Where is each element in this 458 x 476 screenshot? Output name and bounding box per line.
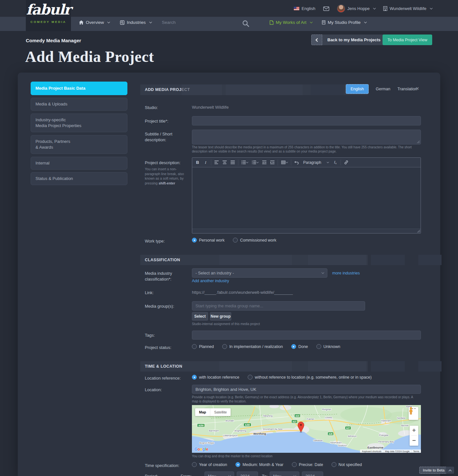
radio-dot bbox=[192, 375, 197, 380]
map-type-map-button[interactable]: Map bbox=[195, 408, 210, 416]
sidebar-tab-industry-specific-media-project-properties[interactable]: Industry-specificMedia Project Propertie… bbox=[31, 114, 127, 132]
messages-button[interactable] bbox=[323, 6, 329, 11]
editor-content[interactable] bbox=[192, 167, 421, 229]
project-title-input[interactable] bbox=[192, 116, 421, 125]
link-icon[interactable] bbox=[342, 159, 350, 166]
radio-commissioned-work[interactable]: Commissioned work bbox=[233, 238, 276, 243]
zoom-out-button[interactable]: − bbox=[412, 437, 416, 444]
period-to-year-select[interactable]: 2024 bbox=[302, 471, 323, 476]
sidebar-tab-media-uploads[interactable]: Media & Uploads bbox=[31, 98, 127, 111]
align-center-icon[interactable] bbox=[221, 159, 229, 166]
language-switcher[interactable]: English bbox=[294, 6, 315, 11]
nav-my-studio[interactable]: My Studio Profile bbox=[322, 20, 366, 25]
radio-not-specified[interactable]: Not specified bbox=[332, 462, 362, 467]
chevron-down-icon bbox=[310, 20, 313, 23]
sidebar-tab-products-partners-awards[interactable]: Products, Partners& Awards bbox=[31, 135, 127, 154]
app-title: Comedy Media Manager bbox=[26, 38, 81, 43]
zoom-in-button[interactable]: + bbox=[412, 427, 416, 434]
radio-planned[interactable]: Planned bbox=[192, 344, 214, 349]
nav-my-works[interactable]: My Works of Art bbox=[270, 20, 312, 25]
google-logo: Google bbox=[194, 447, 208, 451]
sidebar-tab-media-project-basic-data[interactable]: Media Project Basic Data bbox=[31, 82, 127, 95]
table-icon[interactable] bbox=[279, 159, 290, 166]
lang-tab-german[interactable]: German bbox=[376, 87, 390, 91]
radio-dot bbox=[332, 462, 336, 467]
map-attribution-item[interactable]: Keyboard shortcuts bbox=[360, 450, 383, 453]
studio-menu[interactable]: Wunderwelt Wildlife bbox=[383, 6, 432, 11]
sidebar-tab-status-publication[interactable]: Status & Publication bbox=[31, 172, 127, 185]
align-left-icon[interactable] bbox=[213, 159, 221, 166]
map-type-control: Map Satellite bbox=[195, 408, 231, 416]
more-industries-link[interactable]: more industries bbox=[332, 271, 360, 275]
paragraph-style-select[interactable]: Paragraph bbox=[301, 159, 331, 166]
outdent-icon[interactable] bbox=[260, 159, 268, 166]
resize-handle-icon[interactable] bbox=[417, 230, 420, 233]
tags-input[interactable] bbox=[192, 331, 421, 340]
select-button[interactable]: Select bbox=[192, 312, 208, 321]
nav-industries[interactable]: Industries bbox=[120, 20, 152, 25]
add-another-industry-link[interactable]: Add another industry bbox=[192, 279, 229, 283]
ordered-list-icon[interactable] bbox=[250, 159, 260, 166]
map-type-satellite-button[interactable]: Satellite bbox=[210, 408, 231, 416]
italic-icon[interactable]: I bbox=[202, 159, 210, 166]
invite-to-beta-button[interactable]: Invite to Beta bbox=[419, 467, 448, 474]
radio-unknown[interactable]: Unknown bbox=[316, 344, 340, 349]
search-icon[interactable] bbox=[242, 20, 250, 27]
search-input[interactable]: Search bbox=[162, 20, 176, 25]
radio-dot bbox=[292, 462, 297, 467]
radio-medium-month-year[interactable]: Medium: Month & Year bbox=[235, 462, 283, 467]
user-menu[interactable]: Jens Hoppe bbox=[337, 5, 375, 13]
radio-done[interactable]: Done bbox=[291, 344, 308, 349]
sidebar-tab-internal[interactable]: Internal bbox=[31, 157, 127, 170]
map-help: You can drag and drop the marker to the … bbox=[192, 454, 273, 459]
back-button-label: Back to my Media Projects bbox=[322, 37, 386, 42]
map-town-label: Angmering bbox=[234, 429, 246, 432]
map-attribution-item[interactable]: Terms bbox=[411, 450, 421, 453]
radio-with-location-reference[interactable]: with location reference bbox=[192, 375, 239, 380]
radio-dot bbox=[235, 462, 240, 467]
to-media-project-view-button[interactable]: To Media Project View bbox=[383, 35, 432, 45]
tags-label: Tags: bbox=[145, 332, 155, 338]
location-label: Location: bbox=[145, 387, 162, 393]
location-reference-radios: with location referencewithout reference… bbox=[192, 375, 380, 380]
resize-handle-icon[interactable] bbox=[417, 140, 420, 144]
period-from-month-select[interactable]: May bbox=[204, 471, 234, 476]
radio-precise-date[interactable]: Precise: Date bbox=[292, 462, 323, 467]
clear-formatting-icon[interactable]: Ix bbox=[331, 159, 339, 166]
unordered-list-icon[interactable] bbox=[240, 159, 250, 166]
bold-icon[interactable]: B bbox=[194, 159, 202, 166]
industry-select[interactable]: - Select an industry - bbox=[192, 268, 327, 278]
street-view-pegman-control[interactable] bbox=[409, 407, 418, 420]
chevron-down-icon bbox=[246, 161, 248, 163]
media-groups-input[interactable] bbox=[192, 301, 365, 311]
location-input[interactable] bbox=[192, 385, 421, 394]
radio-without-reference-to-location-e-g-somewhere-online-or-in-space[interactable]: without reference to location (e.g. some… bbox=[248, 375, 372, 380]
new-group-button[interactable]: New group bbox=[210, 312, 231, 321]
radio-in-implementation-realization[interactable]: In implementation / realization bbox=[222, 344, 283, 349]
lang-tab-translation[interactable]: Translation bbox=[397, 87, 417, 91]
nav-overview[interactable]: Overview bbox=[79, 20, 110, 25]
lang-tab-english[interactable]: English bbox=[346, 84, 369, 94]
brand-logo[interactable]: fabulr COMEDY MEDIA bbox=[26, 0, 71, 31]
subtitle-label: Subtitle / Shortdescription: bbox=[145, 131, 172, 143]
radio-dot bbox=[192, 462, 197, 467]
google-map[interactable]: A23A27A280A259A26A27 SteyningRingmerFalm… bbox=[192, 405, 421, 453]
undo-icon[interactable] bbox=[293, 159, 301, 166]
subtitle-textarea[interactable] bbox=[192, 130, 421, 144]
indent-icon[interactable] bbox=[268, 159, 276, 166]
align-justify-icon[interactable] bbox=[229, 159, 237, 166]
period-to-month-select[interactable]: May bbox=[270, 471, 299, 476]
scroll-to-top-button[interactable] bbox=[446, 467, 454, 474]
user-avatar bbox=[337, 5, 345, 13]
industry-label: Media industryclassification*: bbox=[145, 271, 172, 282]
period-from-year-select[interactable]: 2024 bbox=[237, 471, 258, 476]
back-button[interactable]: Back to my Media Projects bbox=[311, 35, 386, 45]
period-label: Period: bbox=[145, 473, 158, 476]
radio-year-of-creation[interactable]: Year of creation bbox=[192, 462, 227, 467]
radio-personal-work[interactable]: Personal work bbox=[192, 238, 224, 243]
location-help: Provide a rough location (e.g. Berlin, G… bbox=[192, 395, 418, 403]
close-icon[interactable]: × bbox=[416, 85, 419, 92]
period-to-label: To: bbox=[262, 473, 267, 476]
map-town-label: Saltdean bbox=[313, 439, 323, 442]
shimmer-block bbox=[371, 361, 405, 372]
